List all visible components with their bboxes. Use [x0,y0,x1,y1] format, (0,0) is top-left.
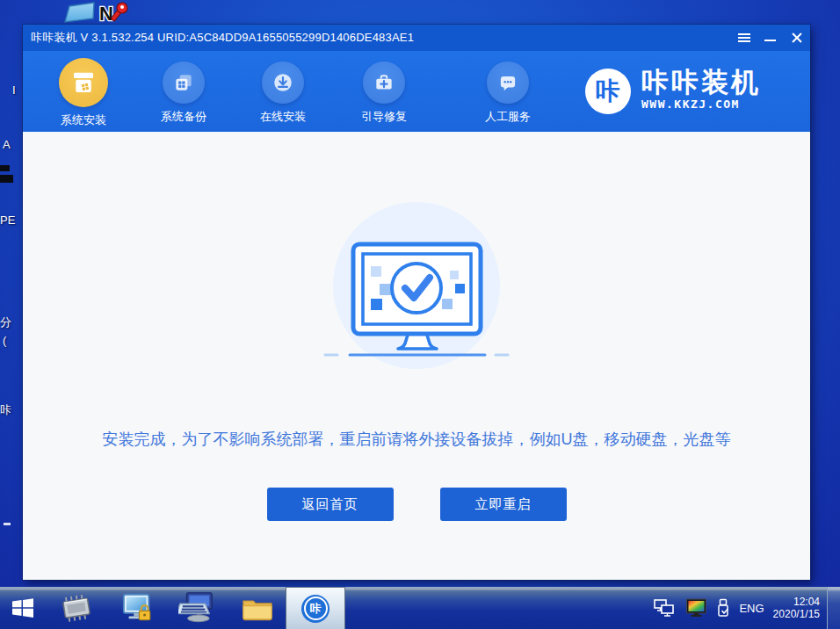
minimize-button[interactable] [757,25,784,51]
toolbox-plus-icon [363,61,405,104]
language-indicator[interactable]: ENG [739,602,764,615]
keyboard-monitor-icon [178,592,214,624]
network-icon[interactable] [653,598,677,618]
taskbar-chip-app[interactable] [59,593,96,623]
desktop-icon-label-fragment: A [3,138,11,151]
monitor-check-icon [323,200,510,369]
restart-button[interactable]: 立即重启 [440,488,567,521]
desktop-icon-fragment [4,523,11,525]
clock[interactable]: 12:04 2020/1/15 [773,596,820,620]
brand-site: WWW.KKZJ.COM [641,98,761,111]
taskbar-kaka-app-active[interactable]: 咔 [286,587,345,629]
backup-windows-icon [163,61,205,104]
nav-label: 引导修复 [344,109,424,125]
nav-label: 在线安装 [243,109,322,125]
main-content: 安装完成，为了不影响系统部署，重启前请将外接设备拔掉，例如U盘，移动硬盘，光盘等… [23,132,810,580]
brand-logo: 咔 咔咔装机 WWW.KKZJ.COM [585,69,761,114]
desktop-icon-fragment [0,165,10,171]
completion-message: 安装完成，为了不影响系统部署，重启前请将外接设备拔掉，例如U盘，移动硬盘，光盘等 [23,429,810,450]
nav-header: 系统安装 系统备份 [23,51,810,132]
taskbar-display-lock-app[interactable] [120,592,156,624]
menu-button[interactable] [731,25,757,51]
desktop-icon-label-fragment: I [12,83,16,97]
start-button[interactable] [8,596,38,619]
usb-device-icon[interactable] [716,598,730,618]
download-icon [262,61,304,104]
nav-boot-repair[interactable]: 引导修复 [344,58,424,125]
nav-human-service[interactable]: 人工服务 [468,58,547,125]
nav-system-backup[interactable]: 系统备份 [144,58,223,125]
desktop-icon-label-fragment: ( [3,334,6,347]
taskbar: 咔 ENG 12:04 2020/1/15 [0,587,840,629]
svg-text:N: N [99,3,113,25]
nav-label: 人工服务 [468,109,547,125]
nav-label: 系统安装 [44,112,123,128]
minimize-icon [764,40,776,41]
hamburger-icon [738,33,750,35]
monitor-lock-icon [121,592,155,624]
desktop-icon-label-fragment: 分 [0,314,11,330]
kaka-app-icon: 咔 [301,595,329,623]
kaka-logo-icon: 咔 [585,69,631,114]
nav-system-install[interactable]: 系统安装 [44,58,123,128]
folder-icon [242,595,273,622]
success-illustration [323,200,510,369]
show-desktop-button[interactable] [827,587,840,629]
desktop-icon-label-fragment: PE [0,213,15,227]
kaka-installer-window: 咔咔装机 V 3.1.532.254 URID:A5C84DD9A1655055… [23,25,810,580]
tray-date: 2020/1/15 [773,608,820,620]
tray-time: 12:04 [773,596,820,608]
brand-name: 咔咔装机 [641,69,761,97]
chat-bubble-icon [487,61,529,104]
window-title: 咔咔装机 V 3.1.532.254 URID:A5C84DD9A1655055… [31,30,414,46]
nav-online-install[interactable]: 在线安装 [243,58,322,125]
windows-logo-icon [11,596,35,619]
titlebar: 咔咔装机 V 3.1.532.254 URID:A5C84DD9A1655055… [23,25,810,51]
close-button[interactable] [784,25,810,51]
desktop-icon-label-fragment: 咔 [0,402,11,418]
display-settings-icon[interactable] [685,598,707,618]
nav-label: 系统备份 [144,109,223,125]
kaka-glyph: 咔 [310,601,322,617]
cpu-chip-icon [60,593,95,623]
taskbar-keyboard-app[interactable] [177,592,214,624]
system-tray: ENG 12:04 2020/1/15 [653,596,827,620]
logo-glyph: 咔 [596,75,620,108]
taskbar-explorer-app[interactable] [241,595,274,622]
desktop-icon-fragment [0,175,13,183]
install-box-icon [59,58,108,107]
home-button[interactable]: 返回首页 [267,488,394,521]
